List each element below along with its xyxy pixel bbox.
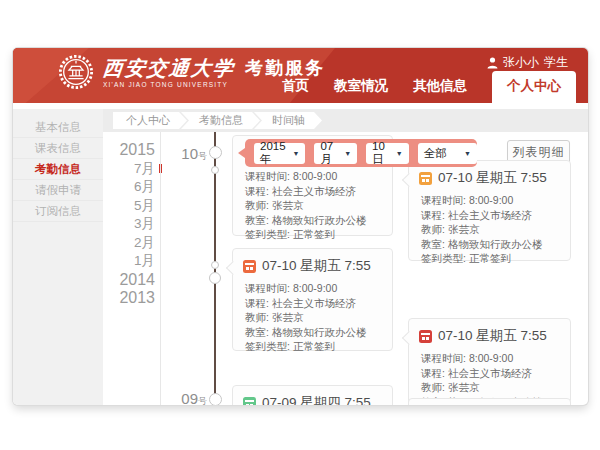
- rail-month-3[interactable]: 3月: [103, 215, 155, 234]
- chevron-down-icon: ▼: [293, 150, 300, 157]
- university-name-en: XI'AN JIAO TONG UNIVERSITY: [103, 81, 235, 88]
- card-field-course: 课程:社会主义市场经济: [245, 184, 382, 199]
- card-fields: 课程时间:8:00-9:00 课程:社会主义市场经济 教师:张芸京 教室:格物致…: [233, 279, 392, 362]
- sidebar-item-attendance-info-active[interactable]: 考勤信息: [13, 159, 103, 180]
- month-dropdown[interactable]: 07月 ▼: [314, 143, 357, 164]
- attendance-card-row2-right: 07-10 星期五 7:55 课程时间:8:00-9:00 课程:社会主义市场经…: [408, 318, 571, 405]
- year-dropdown[interactable]: 2015年 ▼: [254, 143, 305, 164]
- card-header: 07-09 星期四 7:55: [233, 386, 392, 405]
- user-name: 张小小: [503, 54, 539, 71]
- breadcrumb: 个人中心 考勤信息 时间轴: [103, 109, 588, 132]
- day-marker-10: 10号: [163, 145, 207, 163]
- calendar-icon: [419, 330, 432, 343]
- nav-item-classrooms[interactable]: 教室情况: [334, 77, 388, 103]
- card-field-teacher: 教师:张芸京: [421, 222, 560, 237]
- university-name: 西安交通大学 XI'AN JIAO TONG UNIVERSITY: [103, 56, 235, 88]
- card-field-course-time: 课程时间:8:00-9:00: [421, 193, 560, 208]
- person-icon: [487, 57, 498, 69]
- card-field-course: 课程:社会主义市场经济: [245, 296, 382, 311]
- card-field-course-time: 课程时间:8:00-9:00: [245, 169, 382, 184]
- day-dropdown-value: 10日: [372, 140, 396, 167]
- day-dropdown[interactable]: 10日 ▼: [366, 143, 409, 164]
- date-filter-bubble: 2015年 ▼ 07月 ▼ 10日 ▼ 全部 ▼: [245, 139, 477, 167]
- rail-year-2014[interactable]: 2014: [103, 271, 155, 290]
- card-fields: 课程时间:8:00-9:00 课程:社会主义市场经济 教师:张芸京 教室:格物致…: [409, 349, 570, 405]
- rail-year-2015[interactable]: 2015: [103, 141, 155, 160]
- calendar-icon: [419, 172, 432, 185]
- university-name-zh: 西安交通大学: [102, 56, 237, 80]
- timeline-year-rail: 2015 7月 6月 5月 3月 2月 1月 2014 2013: [103, 141, 155, 308]
- chevron-down-icon: ▼: [396, 150, 403, 157]
- rail-month-5[interactable]: 5月: [103, 197, 155, 216]
- card-field-teacher: 教师:张芸京: [245, 310, 382, 325]
- calendar-icon: [243, 397, 256, 406]
- attendance-card-row3-right-clipped: [408, 398, 571, 405]
- timeline-node-day09-large: [209, 393, 222, 405]
- nav-tab-personal-center-active[interactable]: 个人中心: [492, 71, 576, 103]
- timeline-node-mid-large: [209, 272, 221, 284]
- app-window: 西安交通大学 XI'AN JIAO TONG UNIVERSITY 考勤服务 张…: [13, 48, 588, 405]
- sidebar-item-basic-info[interactable]: 基本信息: [13, 117, 103, 138]
- attendance-card-row1-right: 07-10 星期五 7:55 课程时间:8:00-9:00 课程:社会主义市场经…: [408, 160, 571, 261]
- day-marker-09: 09号: [163, 390, 207, 405]
- sidebar: 基本信息 课表信息 考勤信息 请假申请 订阅信息: [13, 109, 103, 405]
- attendance-card-row2-left: 07-10 星期五 7:55 课程时间:8:00-9:00 课程:社会主义市场经…: [232, 248, 393, 351]
- type-dropdown[interactable]: 全部 ▼: [418, 143, 477, 164]
- app-header: 西安交通大学 XI'AN JIAO TONG UNIVERSITY 考勤服务 张…: [13, 48, 588, 103]
- user-menu[interactable]: 张小小 学生: [487, 54, 568, 71]
- type-dropdown-value: 全部: [424, 146, 447, 161]
- timeline-node-day10-small: [211, 166, 219, 174]
- card-field-course-time: 课程时间:8:00-9:00: [245, 281, 382, 296]
- breadcrumb-personal-center[interactable]: 个人中心: [113, 112, 187, 129]
- card-field-teacher: 教师:张芸京: [245, 198, 382, 213]
- card-field-classroom: 教室:格物致知行政办公楼: [245, 213, 382, 228]
- year-dropdown-value: 2015年: [260, 140, 293, 167]
- card-header: 07-10 星期五 7:55: [409, 319, 570, 349]
- card-date: 07-09 星期四 7:55: [262, 394, 371, 405]
- card-field-checkin-type: 签到类型:正常签到: [245, 339, 382, 354]
- breadcrumb-timeline[interactable]: 时间轴: [254, 112, 322, 129]
- chevron-down-icon: ▼: [344, 150, 351, 157]
- card-date: 07-10 星期五 7:55: [262, 257, 371, 275]
- rail-month-7-current[interactable]: 7月: [103, 160, 155, 179]
- card-fields: 课程时间:8:00-9:00 课程:社会主义市场经济 教师:张芸京 教室:格物致…: [409, 191, 570, 274]
- rail-year-2013[interactable]: 2013: [103, 289, 155, 308]
- breadcrumb-attendance-info[interactable]: 考勤信息: [181, 112, 260, 129]
- nav-item-home[interactable]: 首页: [282, 77, 309, 103]
- nav-item-other-info[interactable]: 其他信息: [413, 77, 467, 103]
- rail-month-1[interactable]: 1月: [103, 252, 155, 271]
- card-field-teacher: 教师:张芸京: [421, 380, 560, 395]
- attendance-card-row3-left-clipped: 07-09 星期四 7:55: [232, 385, 393, 405]
- timeline-node-day10-large: [209, 146, 222, 159]
- chevron-down-icon: ▼: [464, 150, 471, 157]
- timeline-node-mid-small: [211, 261, 219, 269]
- rail-month-6[interactable]: 6月: [103, 178, 155, 197]
- card-date: 07-10 星期五 7:55: [438, 327, 547, 345]
- card-field-course-time: 课程时间:8:00-9:00: [421, 351, 560, 366]
- user-role: 学生: [544, 54, 568, 71]
- card-field-classroom: 教室:格物致知行政办公楼: [245, 325, 382, 340]
- main-nav: 首页 教室情况 其他信息 个人中心: [282, 71, 576, 103]
- sidebar-item-subscription-info[interactable]: 订阅信息: [13, 201, 103, 222]
- sidebar-item-schedule-info[interactable]: 课表信息: [13, 138, 103, 159]
- card-field-classroom: 教室:格物致知行政办公楼: [421, 237, 560, 252]
- sidebar-item-leave-request[interactable]: 请假申请: [13, 180, 103, 201]
- university-logo-icon: [58, 54, 94, 90]
- card-field-course: 课程:社会主义市场经济: [421, 208, 560, 223]
- card-header: 07-10 星期五 7:55: [233, 249, 392, 279]
- card-date: 07-10 星期五 7:55: [438, 169, 547, 187]
- rail-separator-line: [160, 132, 161, 405]
- card-field-checkin-type: 签到类型:正常签到: [421, 251, 560, 266]
- month-dropdown-value: 07月: [320, 140, 344, 167]
- card-field-checkin-type: 签到类型:正常签到: [245, 227, 382, 242]
- calendar-icon: [243, 260, 256, 273]
- rail-month-2[interactable]: 2月: [103, 234, 155, 253]
- card-field-course: 课程:社会主义市场经济: [421, 366, 560, 381]
